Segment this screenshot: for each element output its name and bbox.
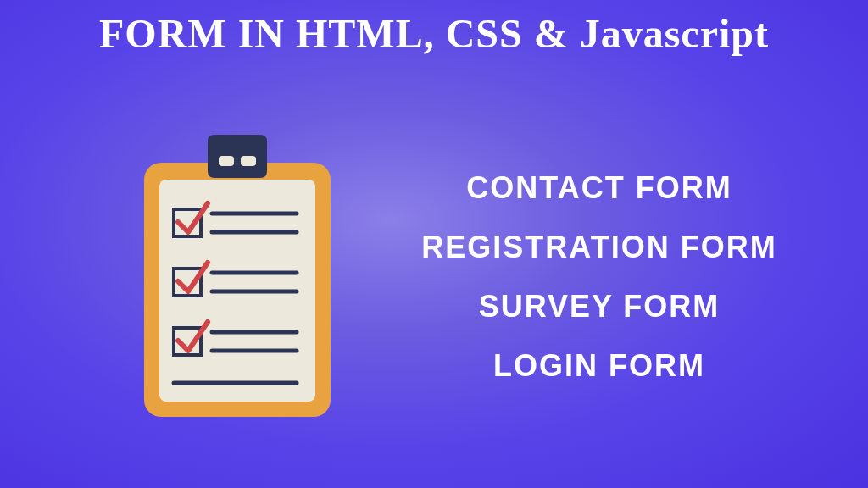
svg-rect-2	[219, 156, 234, 166]
page-title: FORM IN HTML, CSS & Javascript	[0, 0, 868, 57]
content-area: Contact Form Registration Form Survey Fo…	[0, 57, 868, 463]
form-types-list: Contact Form Registration Form Survey Fo…	[348, 170, 800, 384]
clipboard-icon	[127, 129, 348, 425]
svg-rect-3	[241, 156, 256, 166]
list-item-survey: Survey Form	[479, 289, 721, 324]
list-item-registration: Registration Form	[421, 230, 776, 265]
list-item-login: Login Form	[493, 348, 705, 384]
list-item-contact: Contact Form	[466, 170, 732, 206]
